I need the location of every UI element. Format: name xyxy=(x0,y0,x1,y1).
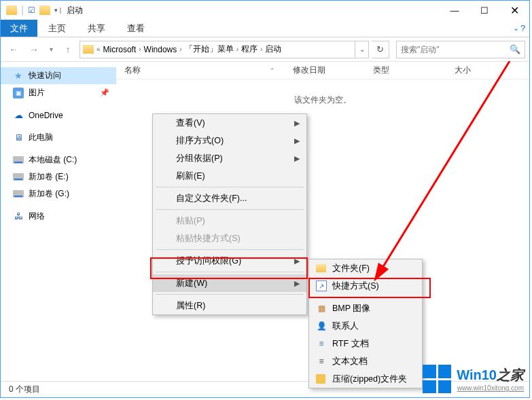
menu-item-contact[interactable]: 👤联系人 xyxy=(309,317,422,335)
contact-icon: 👤 xyxy=(316,321,327,331)
pin-icon: 📌 xyxy=(100,88,109,97)
empty-folder-message: 该文件夹为空。 xyxy=(116,94,529,106)
nav-forward-button[interactable]: → xyxy=(25,41,43,58)
col-date[interactable]: 修改日期 xyxy=(285,65,365,76)
address-dropdown-button[interactable]: ⌄ xyxy=(355,41,368,58)
menu-separator xyxy=(156,249,304,250)
menu-item-label: 文件夹(F) xyxy=(332,263,370,274)
item-count: 0 个项目 xyxy=(9,384,40,395)
search-input[interactable] xyxy=(401,45,510,54)
menu-item-bmp[interactable]: ▦BMP 图像 xyxy=(309,299,422,317)
watermark: Win10之家 www.win10xitong.com xyxy=(423,365,524,393)
menu-item-shortcut[interactable]: ↗快捷方式(S) xyxy=(309,277,422,295)
menu-item-label: RTF 文档 xyxy=(332,338,369,350)
menu-item-zip[interactable]: 压缩(zipped)文件夹 xyxy=(309,370,422,388)
menu-item-folder[interactable]: 文件夹(F) xyxy=(309,259,422,277)
folder-icon xyxy=(316,264,326,272)
rtf-icon: ≡ xyxy=(316,338,327,349)
search-icon[interactable]: 🔍 xyxy=(510,44,520,54)
submenu-arrow-icon: ▶ xyxy=(294,257,300,266)
sidebar: ★快速访问▣图片📌☁OneDrive🖥此电脑本地磁盘 (C:)新加卷 (E:)新… xyxy=(1,62,116,381)
menu-item-label: 快捷方式(S) xyxy=(332,280,379,292)
breadcrumb[interactable]: 「开始」菜单 xyxy=(182,43,236,55)
pc-icon: 🖥 xyxy=(13,132,24,143)
watermark-url: www.win10xitong.com xyxy=(457,384,524,392)
menu-separator xyxy=(156,272,304,272)
pic-icon: ▣ xyxy=(13,88,24,98)
menu-item-label: 文本文档 xyxy=(332,356,368,367)
check-icon: ☑ xyxy=(28,5,35,15)
menu-item[interactable]: 自定义文件夹(F)... xyxy=(153,189,306,207)
sidebar-item-label: 图片 xyxy=(29,87,45,98)
sidebar-item-net-7[interactable]: 🖧网络 xyxy=(1,208,116,225)
disk-icon xyxy=(13,156,24,164)
tab-share[interactable]: 共享 xyxy=(77,20,116,37)
sidebar-item-disk-6[interactable]: 新加卷 (G:) xyxy=(1,185,116,202)
menu-item[interactable]: 查看(V)▶ xyxy=(153,114,306,132)
tab-view[interactable]: 查看 xyxy=(116,20,156,37)
menu-item-label: BMP 图像 xyxy=(332,303,370,314)
breadcrumb[interactable]: Windows xyxy=(141,45,180,54)
menu-item: 粘贴(P) xyxy=(153,212,306,230)
minimize-button[interactable]: — xyxy=(440,1,469,20)
disk-icon xyxy=(13,190,24,198)
sidebar-item-label: 本地磁盘 (C:) xyxy=(29,154,77,166)
menu-item[interactable]: 排序方式(O)▶ xyxy=(153,132,306,149)
breadcrumb[interactable]: 启动 xyxy=(262,43,284,55)
menu-item[interactable]: 刷新(E) xyxy=(153,167,306,185)
sidebar-item-label: 此电脑 xyxy=(29,132,53,143)
bmp-icon: ▦ xyxy=(316,303,327,314)
tab-home[interactable]: 主页 xyxy=(37,20,77,37)
cloud-icon: ☁ xyxy=(13,110,24,121)
close-button[interactable]: ✕ xyxy=(499,1,529,20)
context-menu: 查看(V)▶排序方式(O)▶分组依据(P)▶刷新(E)自定义文件夹(F)...粘… xyxy=(152,113,307,315)
breadcrumb[interactable]: Microsoft xyxy=(101,45,139,54)
windows-logo-icon xyxy=(423,365,451,393)
sidebar-item-label: 快速访问 xyxy=(29,70,61,81)
col-name[interactable]: 名称 xyxy=(116,65,286,76)
sidebar-item-label: 新加卷 (E:) xyxy=(29,171,69,183)
sidebar-item-label: OneDrive xyxy=(29,111,63,120)
file-tab[interactable]: 文件 xyxy=(1,20,37,37)
txt-icon: ≡ xyxy=(316,356,327,367)
maximize-button[interactable]: ☐ xyxy=(469,1,499,20)
sidebar-item-pic-1[interactable]: ▣图片📌 xyxy=(1,84,116,101)
submenu-arrow-icon: ▶ xyxy=(294,137,300,145)
sidebar-item-label: 网络 xyxy=(29,211,45,222)
menu-item[interactable]: 授予访问权限(G)▶ xyxy=(153,252,306,270)
submenu-arrow-icon: ▶ xyxy=(294,154,300,163)
sidebar-item-pc-3[interactable]: 🖥此电脑 xyxy=(1,129,116,146)
sidebar-item-star-0[interactable]: ★快速访问 xyxy=(1,67,116,84)
col-type[interactable]: 类型 xyxy=(365,65,446,76)
search-box[interactable]: 🔍 xyxy=(396,41,525,58)
refresh-button[interactable]: ↻ xyxy=(372,41,389,58)
context-submenu-new: 文件夹(F)↗快捷方式(S)▦BMP 图像👤联系人≡RTF 文档≡文本文档压缩(… xyxy=(308,259,423,388)
window-title: 启动 xyxy=(67,5,83,16)
folder-icon xyxy=(39,5,50,15)
nav-recent-button[interactable]: ▾ xyxy=(46,41,56,58)
menu-item[interactable]: 分组依据(P)▶ xyxy=(153,149,306,167)
menu-item[interactable]: 新建(W)▶ xyxy=(153,274,306,292)
address-bar[interactable]: « Microsoft › Windows › 「开始」菜单 › 程序 › 启动… xyxy=(79,41,369,58)
shortcut-icon: ↗ xyxy=(316,280,327,291)
sort-indicator-icon: ⌃ xyxy=(270,67,275,74)
menu-separator xyxy=(156,294,304,295)
menu-item: 粘贴快捷方式(S) xyxy=(153,230,306,247)
col-size[interactable]: 大小 xyxy=(446,65,501,76)
menu-item-label: 压缩(zipped)文件夹 xyxy=(332,374,407,385)
sidebar-item-cloud-2[interactable]: ☁OneDrive xyxy=(1,107,116,124)
menu-item-txt[interactable]: ≡文本文档 xyxy=(309,352,422,370)
qat-dropdown-icon[interactable]: ▾ | xyxy=(54,7,61,14)
menu-separator xyxy=(156,209,304,210)
nav-up-button[interactable]: ↑ xyxy=(59,41,77,58)
submenu-arrow-icon: ▶ xyxy=(294,279,300,288)
menu-item-label: 联系人 xyxy=(332,321,359,332)
breadcrumb[interactable]: 程序 xyxy=(238,43,260,55)
zip-icon xyxy=(316,374,325,384)
menu-item[interactable]: 属性(R) xyxy=(153,297,306,314)
sidebar-item-disk-4[interactable]: 本地磁盘 (C:) xyxy=(1,151,116,168)
nav-back-button[interactable]: ← xyxy=(5,41,22,58)
sidebar-item-disk-5[interactable]: 新加卷 (E:) xyxy=(1,168,116,185)
menu-item-rtf[interactable]: ≡RTF 文档 xyxy=(309,335,422,352)
ribbon-expand-button[interactable]: ⌄ ? xyxy=(509,20,529,37)
